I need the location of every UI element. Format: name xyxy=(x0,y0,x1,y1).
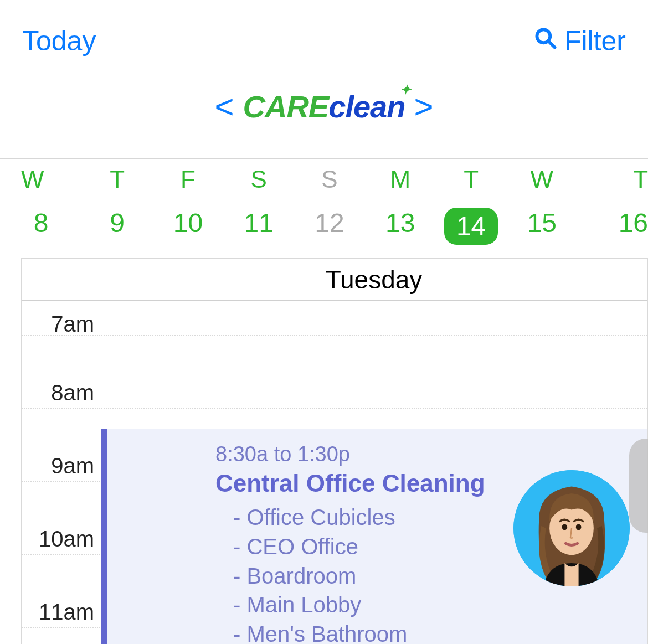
week-day-dow: W xyxy=(11,166,44,193)
filter-button[interactable]: Filter xyxy=(533,25,626,57)
svg-point-4 xyxy=(562,524,568,530)
week-day-dow: T xyxy=(110,166,125,193)
time-gutter-header xyxy=(22,259,100,300)
week-day-dow: S xyxy=(251,166,267,193)
event-subtask: - Men's Bathroom xyxy=(215,620,646,644)
schedule-event-card[interactable]: 8:30a to 1:30p Central Office Cleaning -… xyxy=(101,429,648,644)
week-day-dow: T xyxy=(633,166,648,193)
week-day-dow: M xyxy=(390,166,410,193)
week-day-13[interactable]: M13 xyxy=(365,166,436,245)
week-day-dow: S xyxy=(321,166,337,193)
week-day-number: 11 xyxy=(239,208,279,238)
side-drawer-handle[interactable] xyxy=(629,439,648,533)
event-subtask: - Main Lobby xyxy=(215,590,646,620)
selected-day-label: Tuesday xyxy=(100,259,647,300)
time-label-7am: 7am xyxy=(21,312,94,337)
half-hour-line xyxy=(22,335,647,336)
week-day-number: 13 xyxy=(380,208,420,238)
week-day-8[interactable]: W8 xyxy=(0,166,82,245)
week-day-dow: T xyxy=(464,166,479,193)
search-icon xyxy=(533,25,558,57)
week-day-16[interactable]: T16 xyxy=(577,166,648,245)
week-day-number: 14 xyxy=(444,208,498,245)
event-time-range: 8:30a to 1:30p xyxy=(215,442,646,466)
week-day-15[interactable]: W15 xyxy=(506,166,577,245)
today-button[interactable]: Today xyxy=(22,25,96,57)
assignee-avatar[interactable] xyxy=(513,470,630,586)
sparkle-icon: ✦ xyxy=(400,82,410,97)
prev-logo-chevron-icon[interactable]: < xyxy=(210,90,239,123)
week-day-9[interactable]: T9 xyxy=(82,166,153,245)
week-day-14[interactable]: T14 xyxy=(436,166,507,245)
week-day-number: 16 xyxy=(619,208,648,238)
svg-point-5 xyxy=(576,524,582,530)
week-day-10[interactable]: F10 xyxy=(153,166,224,245)
app-logo: CAREclean ✦ xyxy=(243,89,405,125)
week-day-number: 9 xyxy=(97,208,137,238)
week-day-number: 8 xyxy=(21,208,61,238)
week-day-dow: F xyxy=(181,166,196,193)
svg-line-1 xyxy=(548,42,554,48)
week-day-number: 12 xyxy=(310,208,349,238)
filter-label: Filter xyxy=(564,25,626,57)
half-hour-line xyxy=(22,408,647,409)
week-day-11[interactable]: S11 xyxy=(223,166,294,245)
brand-part1: CARE xyxy=(243,89,329,125)
week-day-12[interactable]: S12 xyxy=(294,166,365,245)
week-day-number: 10 xyxy=(168,208,208,238)
brand-nav-row: < CAREclean ✦ > xyxy=(0,66,648,158)
week-day-number: 15 xyxy=(522,208,562,238)
week-day-strip: W8T9F10S11S12M13T14W15T16 xyxy=(0,159,648,258)
day-schedule: Tuesday 7am 8am 9am 10am 11am 8:30a to 1… xyxy=(21,258,648,644)
next-logo-chevron-icon[interactable]: > xyxy=(409,90,438,123)
week-day-dow: W xyxy=(531,166,554,193)
brand-part2: clean xyxy=(328,89,405,125)
